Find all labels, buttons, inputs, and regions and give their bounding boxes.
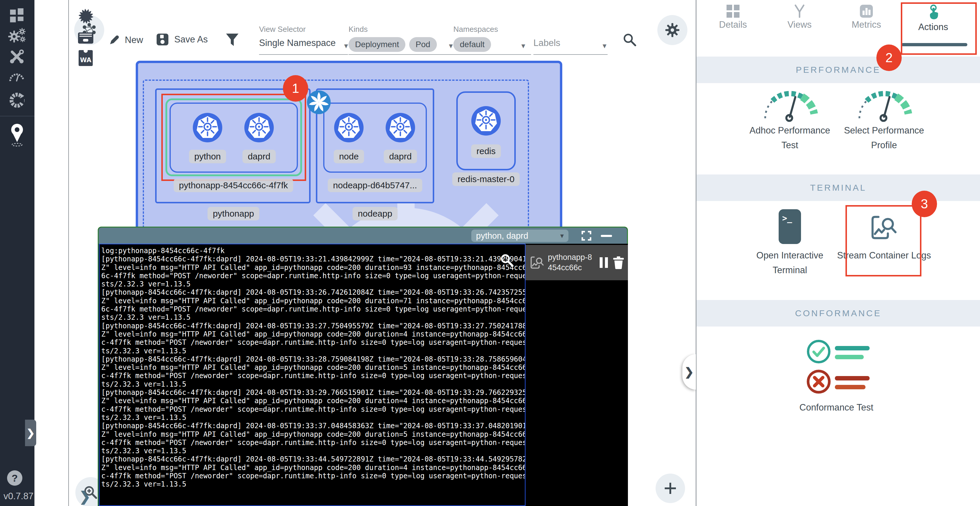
container-selector-dropdown[interactable]: python, daprd ▾: [471, 230, 568, 242]
plus-icon: [663, 482, 677, 495]
new-button[interactable]: New: [108, 34, 143, 46]
log-line: ts/2.32.3 ver=1.13.5: [101, 480, 523, 488]
view-selector-label: View Selector: [259, 25, 306, 34]
tab-views[interactable]: Views: [770, 4, 829, 30]
conformance-fail-icon: [805, 369, 879, 396]
view-selector-select[interactable]: Single Namespace ▾: [259, 38, 348, 48]
highlight-red-box: [161, 94, 306, 181]
plugins-rail: WA ❯: [35, 0, 69, 506]
terminal-titlebar[interactable]: python, daprd ▾: [99, 228, 627, 244]
save-icon: [156, 33, 169, 46]
namespace-chip[interactable]: default: [453, 37, 491, 52]
question-mark-icon: ?: [12, 472, 18, 484]
gauge-icon: [756, 85, 824, 123]
dropdown-caret-icon: ▾: [603, 41, 606, 50]
fullscreen-icon[interactable]: [581, 231, 592, 241]
log-line: Z" level=info msg="HTTP API Called" app_…: [101, 263, 523, 272]
log-line: ts/2.32.3 ver=1.13.5: [101, 413, 523, 422]
minimize-icon[interactable]: [601, 235, 612, 237]
help-button[interactable]: ?: [7, 470, 22, 486]
open-terminal-icon: >_: [779, 209, 801, 244]
labels-select[interactable]: Labels ▾: [533, 38, 608, 48]
log-line: [pythonapp-8454cc66c-4f7fk:daprd] 2024-0…: [101, 455, 523, 463]
meshmap-pin-icon[interactable]: [8, 122, 26, 147]
toolbox-icon[interactable]: [9, 49, 24, 64]
log-line: Z" level=info msg="HTTP API Called" app_…: [101, 464, 523, 472]
app-version: v0.7.87: [3, 491, 33, 501]
deployment-name-label: nodeapp: [353, 207, 398, 220]
log-line: Z" level=info msg="HTTP API Called" app_…: [101, 397, 523, 405]
save-as-button[interactable]: Save As: [156, 33, 208, 46]
log-line: sts/2.32.3 ver=1.13.5: [101, 280, 523, 288]
action-select-performance-profile[interactable]: Select Performance Profile: [837, 123, 931, 153]
kubernetes-container-icon[interactable]: [334, 113, 364, 142]
filter-funnel-icon[interactable]: [226, 33, 239, 48]
tab-label: Metrics: [837, 19, 896, 30]
log-line: ts/2.32.3 ver=1.13.5: [101, 447, 523, 455]
log-line: c-4f7fk method="POST /neworder" scope=da…: [101, 472, 523, 480]
kubernetes-container-icon[interactable]: [386, 113, 415, 142]
kubernetes-resources-icon[interactable]: [9, 92, 25, 109]
log-line: Z" level=info msg="HTTP API Called" app_…: [101, 297, 523, 305]
delete-session-icon[interactable]: [612, 256, 624, 269]
performance-section-header: PERFORMANCE: [697, 57, 980, 83]
rail-expand-chevron[interactable]: ❯: [79, 488, 91, 504]
log-search-icon[interactable]: [499, 252, 515, 268]
log-line: [pythonapp-8454cc66c-4f7fk:daprd] 2024-0…: [101, 255, 523, 263]
gauge-icon: [850, 85, 918, 123]
kubernetes-container-icon[interactable]: [193, 113, 222, 142]
performance-gauge-icon[interactable]: [8, 71, 25, 84]
pod-name-label: nodeapp-d64b5747...: [328, 179, 422, 192]
action-open-interactive-terminal[interactable]: Open Interactive Terminal: [743, 248, 837, 278]
sidebar-divider: [0, 116, 35, 117]
log-line: c-4f7fk method="POST /neworder" scope=da…: [101, 405, 523, 413]
stream-logs-icon: [529, 255, 544, 270]
dapr-spinner-icon[interactable]: [307, 90, 331, 115]
kinds-select[interactable]: Deployment Pod ▾: [348, 37, 461, 52]
kind-chip[interactable]: Pod: [409, 37, 437, 52]
action-adhoc-performance-test[interactable]: Adhoc Performance Test: [743, 123, 837, 153]
search-icon[interactable]: [622, 32, 637, 47]
canvas-settings-button[interactable]: [657, 15, 687, 45]
dropdown-caret-icon: ▾: [449, 41, 453, 50]
kubernetes-container-icon[interactable]: [471, 106, 501, 136]
wasm-icon[interactable]: WA: [79, 50, 93, 66]
settings-gears-icon[interactable]: [8, 27, 27, 45]
pause-stream-icon[interactable]: [599, 257, 609, 268]
views-icon: [792, 4, 807, 18]
kind-chip[interactable]: Deployment: [348, 37, 406, 52]
meshsync-spiral-icon[interactable]: [77, 7, 95, 26]
sidebar-expand-handle[interactable]: ❯: [25, 420, 36, 446]
log-line: Z" level=info msg="HTTP API Called" app_…: [101, 363, 523, 372]
dropdown-caret-icon: ▾: [521, 41, 525, 50]
dropdown-caret-icon: ▾: [560, 231, 564, 240]
log-line: 6c-4f7fk method="POST /neworder" scope=d…: [101, 305, 523, 313]
metrics-bar-chart-icon: [859, 4, 873, 18]
kubernetes-container-icon[interactable]: [244, 113, 274, 142]
log-line: sts/2.32.3 ver=1.13.5: [101, 313, 523, 321]
deployment-name-label: pythonapp: [208, 207, 259, 220]
panel-collapse-handle[interactable]: ❯: [682, 354, 696, 389]
actions-panel: Details Views Metrics Actions PERFORMANC…: [697, 0, 980, 506]
log-line: Z" level=info msg="HTTP API Called" app_…: [101, 430, 523, 439]
labels-placeholder: Labels: [533, 38, 560, 48]
action-conformance-test[interactable]: Conformance Test: [792, 400, 880, 415]
pod-name-label: pythonapp-8454cc66c-4f7fk: [174, 179, 293, 192]
log-pane[interactable]: log:pythonapp-8454cc66c-4f7fk [pythonapp…: [99, 244, 525, 506]
chevron-right-icon: ❯: [684, 366, 694, 378]
log-terminal-window[interactable]: python, daprd ▾ log:pythonapp-8454cc66c-…: [98, 227, 628, 506]
tab-metrics[interactable]: Metrics: [837, 4, 896, 30]
dropdown-caret-icon: ▾: [344, 41, 348, 50]
details-grid-icon: [726, 4, 740, 18]
kinds-label: Kinds: [348, 25, 368, 34]
tab-details[interactable]: Details: [703, 4, 762, 30]
namespaces-select[interactable]: default ▾: [453, 37, 531, 52]
log-session-row[interactable]: pythonapp-8454cc66c: [525, 245, 628, 280]
add-node-button[interactable]: [655, 474, 685, 503]
log-line: ts/2.32.3 ver=1.13.5: [101, 380, 523, 388]
tutorial-highlight-actions: [901, 2, 977, 55]
dashboard-icon[interactable]: [10, 8, 25, 23]
container-label: daprd: [243, 150, 276, 163]
archive-icon[interactable]: [78, 29, 94, 45]
pod-name-label: redis-master-0: [452, 172, 520, 186]
